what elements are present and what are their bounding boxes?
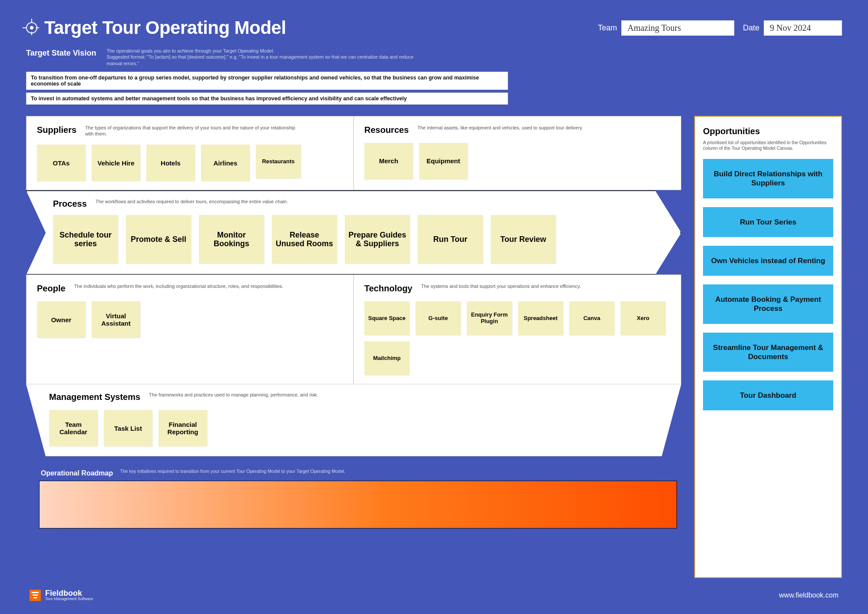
page-title: Target Tour Operating Model: [44, 17, 286, 38]
technology-desc: The systems and tools that support your …: [421, 284, 581, 290]
opportunity-card[interactable]: Streamline Tour Management & Documents: [703, 333, 833, 372]
suppliers-items: OTAs Vehicle Hire Hotels Airlines Restau…: [37, 145, 343, 181]
roadmap-title: Operational Roadmap: [41, 469, 113, 477]
target-icon: [26, 22, 37, 33]
main-area: Suppliers The types of organizations tha…: [26, 116, 842, 578]
team-label: Team: [598, 23, 617, 33]
title-group: Target Tour Operating Model: [26, 17, 589, 38]
process-desc: The workflows and activities required to…: [96, 199, 288, 205]
vision-statement[interactable]: To transition from one-off departures to…: [26, 72, 508, 90]
roadmap-desc: The key initiatives required to transiti…: [120, 469, 345, 475]
footer-url: www.fieldbook.com: [779, 591, 838, 599]
resources-desc: The internal assets, like equipment and …: [417, 125, 583, 131]
people-items: Owner Virtual Assistant: [37, 301, 343, 338]
management-desc: The frameworks and practices used to man…: [149, 392, 318, 398]
sticky-note[interactable]: Restaurants: [256, 145, 301, 178]
suppliers-panel: Suppliers The types of organizations tha…: [26, 116, 354, 191]
sticky-note[interactable]: Run Tour: [418, 215, 483, 264]
sticky-note[interactable]: Monitor Bookings: [199, 215, 264, 264]
vision-label: Target State Vision: [26, 48, 96, 58]
opportunity-card[interactable]: Tour Dashboard: [703, 380, 833, 410]
opportunity-card[interactable]: Run Tour Series: [703, 207, 833, 237]
canvas-column: Suppliers The types of organizations tha…: [26, 116, 681, 578]
suppliers-title: Suppliers: [37, 125, 76, 135]
sticky-note[interactable]: Promote & Sell: [126, 215, 191, 264]
sticky-note[interactable]: Prepare Guides & Suppliers: [345, 215, 410, 264]
sticky-note[interactable]: Owner: [37, 301, 86, 338]
sticky-note[interactable]: Tour Review: [491, 215, 556, 264]
sticky-note[interactable]: Virtual Assistant: [92, 301, 140, 338]
opportunities-list: Build Direct Relationships with Supplier…: [703, 159, 833, 410]
team-input[interactable]: Amazing Tours: [621, 20, 734, 36]
sticky-note[interactable]: Team Calendar: [49, 410, 98, 446]
sticky-note[interactable]: Hotels: [146, 145, 195, 181]
roadmap-bar: [39, 481, 677, 528]
sticky-note[interactable]: Canva: [569, 301, 614, 335]
team-field: Team Amazing Tours: [598, 20, 734, 36]
sticky-note[interactable]: Square Space: [364, 301, 409, 335]
people-desc: The individuals who perform the work, in…: [74, 284, 284, 290]
vision-subtitle: The operational goals you aim to achieve…: [106, 48, 419, 66]
opportunity-card[interactable]: Automate Booking & Payment Process: [703, 284, 833, 324]
sticky-note[interactable]: Merch: [364, 143, 413, 179]
people-tech-row: People The individuals who perform the w…: [26, 274, 681, 384]
resources-title: Resources: [364, 125, 409, 135]
sticky-note[interactable]: Airlines: [201, 145, 250, 181]
brand-logo-icon: [30, 590, 41, 601]
sticky-note[interactable]: G-suite: [416, 301, 461, 335]
suppliers-resources-row: Suppliers The types of organizations tha…: [26, 116, 681, 191]
resources-items: Merch Equipment: [364, 143, 670, 179]
brand-name: Fieldbook: [45, 589, 93, 597]
management-panel: Management Systems The frameworks and pr…: [26, 384, 681, 456]
opportunities-panel: Opportunities A prioritised list of oppo…: [694, 116, 842, 578]
people-title: People: [37, 284, 66, 294]
sticky-note[interactable]: Spreadsheet: [518, 301, 563, 335]
roadmap-section: Operational Roadmap The key initiatives …: [26, 465, 681, 528]
footer: Fieldbook Tour Management Software www.f…: [26, 589, 842, 601]
management-title: Management Systems: [49, 392, 140, 402]
technology-title: Technology: [364, 284, 413, 294]
vision-statement[interactable]: To invest in automated systems and bette…: [26, 92, 508, 105]
vision-header: Target State Vision The operational goal…: [26, 48, 842, 66]
sticky-note[interactable]: Financial Reporting: [158, 410, 207, 446]
sticky-note[interactable]: Schedule tour series: [53, 215, 118, 264]
sticky-note[interactable]: Xero: [620, 301, 666, 335]
sticky-note[interactable]: Mailchimp: [364, 341, 409, 375]
opportunities-column: Opportunities A prioritised list of oppo…: [694, 116, 842, 578]
sticky-note[interactable]: Equipment: [419, 143, 468, 179]
process-panel: Process The workflows and activities req…: [26, 190, 681, 275]
people-panel: People The individuals who perform the w…: [26, 274, 354, 384]
technology-items: Square Space G-suite Enquiry Form Plugin…: [364, 301, 670, 375]
date-input[interactable]: 9 Nov 2024: [764, 20, 842, 36]
sticky-note[interactable]: Task List: [104, 410, 152, 446]
process-title: Process: [53, 199, 87, 209]
technology-panel: Technology The systems and tools that su…: [354, 274, 681, 384]
brand: Fieldbook Tour Management Software: [30, 589, 93, 601]
opportunities-title: Opportunities: [703, 126, 833, 136]
opportunities-desc: A prioritised list of opportunities iden…: [703, 140, 833, 151]
process-items: Schedule tour series Promote & Sell Moni…: [53, 215, 663, 264]
resources-panel: Resources The internal assets, like equi…: [354, 116, 681, 191]
opportunity-card[interactable]: Own Vehicles instead of Renting: [703, 246, 833, 276]
date-field: Date 9 Nov 2024: [743, 20, 842, 36]
suppliers-desc: The types of organizations that support …: [85, 125, 302, 137]
sticky-note[interactable]: Enquiry Form Plugin: [467, 301, 512, 335]
sticky-note[interactable]: OTAs: [37, 145, 86, 181]
date-label: Date: [743, 23, 759, 33]
header-row: Target Tour Operating Model Team Amazing…: [26, 17, 842, 38]
brand-tagline: Tour Management Software: [45, 597, 93, 601]
opportunity-card[interactable]: Build Direct Relationships with Supplier…: [703, 159, 833, 198]
management-items: Team Calendar Task List Financial Report…: [49, 410, 669, 446]
sticky-note[interactable]: Release Unused Rooms: [272, 215, 337, 264]
vision-statements: To transition from one-off departures to…: [26, 72, 508, 105]
sticky-note[interactable]: Vehicle Hire: [92, 145, 140, 181]
